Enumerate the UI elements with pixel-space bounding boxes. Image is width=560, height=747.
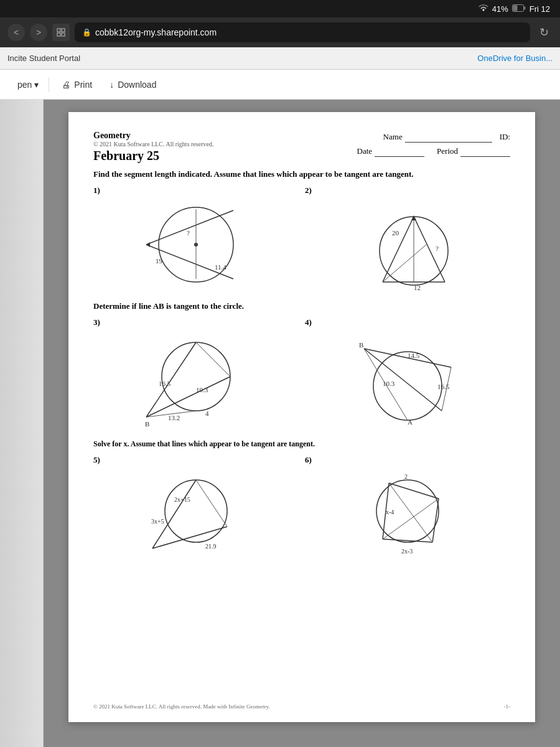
- figure-1: ? 19 11.4: [93, 198, 299, 291]
- svg-text:14.5: 14.5: [408, 352, 420, 359]
- doc-date: February 25: [93, 149, 213, 163]
- svg-rect-1: [513, 5, 517, 11]
- svg-text:11.4: 11.4: [215, 263, 226, 271]
- refresh-icon: ↻: [539, 26, 549, 39]
- figure-3: 16.5 10.3 13.2 4 B: [93, 330, 299, 430]
- app-name: Incite Student Portal: [7, 54, 80, 63]
- svg-text:13.2: 13.2: [168, 414, 180, 421]
- problem-1-num: 1): [93, 186, 299, 195]
- status-bar: 41% Fri 12: [0, 0, 560, 17]
- pen-dropdown[interactable]: pen ▾: [12, 76, 44, 93]
- period-field: Period: [437, 145, 510, 157]
- left-sidebar: [0, 100, 44, 747]
- instruction-3: Solve for x. Assume that lines which app…: [93, 439, 510, 449]
- date-period-row: Date Period: [357, 145, 511, 157]
- svg-line-49: [196, 480, 227, 527]
- svg-line-29: [196, 342, 230, 377]
- doc-toolbar: pen ▾ 🖨 Print ↓ Download: [0, 70, 560, 100]
- svg-line-55: [432, 499, 439, 542]
- svg-marker-15: [146, 242, 150, 247]
- address-bar[interactable]: 🔒 cobbk12org-my.sharepoint.com: [75, 22, 530, 42]
- time-display: Fri 12: [530, 4, 550, 14]
- problem-6: 6) 2: [305, 455, 510, 555]
- instruction-1: Find the segment length indicated. Assum…: [93, 169, 510, 179]
- instruction-2: Determine if line AB is tangent to the c…: [93, 301, 510, 311]
- period-underline: [460, 145, 510, 157]
- svg-text:4: 4: [205, 410, 209, 417]
- svg-text:B: B: [359, 341, 363, 349]
- svg-text:12: 12: [414, 284, 421, 291]
- svg-text:19: 19: [156, 257, 163, 265]
- svg-line-17: [383, 217, 414, 282]
- problem-4: 4) 14.5 10.3 16.5: [305, 317, 510, 430]
- svg-point-26: [162, 342, 230, 411]
- svg-text:x-4: x-4: [386, 509, 394, 515]
- svg-text:2: 2: [404, 473, 408, 480]
- url-text: cobbk12org-my.sharepoint.com: [95, 27, 217, 37]
- forward-button[interactable]: >: [30, 24, 47, 41]
- problem-3-num: 3): [93, 317, 299, 327]
- svg-text:2x+15: 2x+15: [174, 496, 190, 503]
- figure-6: 2 x-4 2x-3: [305, 467, 510, 555]
- doc-header: Geometry © 2021 Kuta Software LLC. All r…: [93, 131, 510, 163]
- date-label: Date: [357, 146, 373, 156]
- svg-line-18: [414, 217, 445, 282]
- svg-line-10: [146, 210, 233, 245]
- id-label: ID:: [500, 132, 510, 142]
- doc-viewer[interactable]: Geometry © 2021 Kuta Software LLC. All r…: [44, 100, 560, 747]
- doc-page: Geometry © 2021 Kuta Software LLC. All r…: [68, 112, 535, 722]
- svg-text:2x-3: 2x-3: [401, 548, 413, 555]
- battery-level: 41%: [492, 4, 508, 14]
- svg-text:?: ?: [436, 245, 439, 252]
- page-number: -1-: [504, 703, 511, 710]
- svg-rect-6: [62, 33, 65, 36]
- problem-6-num: 6): [305, 455, 510, 465]
- main-content: Geometry © 2021 Kuta Software LLC. All r…: [0, 100, 560, 747]
- problem-1: 1): [93, 186, 299, 291]
- svg-point-46: [165, 480, 227, 542]
- date-underline: [375, 145, 424, 157]
- problems-grid-1: 1): [93, 186, 510, 291]
- problem-4-num: 4): [305, 317, 510, 327]
- problem-2-num: 2): [305, 186, 510, 195]
- wifi-icon: [478, 4, 488, 14]
- svg-text:?: ?: [187, 229, 190, 237]
- name-underline: [405, 131, 492, 143]
- print-icon: 🖨: [62, 80, 70, 90]
- refresh-button[interactable]: ↻: [535, 24, 553, 41]
- svg-text:21.9: 21.9: [205, 543, 217, 550]
- problems-grid-2: 3) 16.5 10.3 13.2: [93, 317, 510, 430]
- svg-text:B: B: [145, 420, 149, 428]
- problem-2: 2) 20: [305, 186, 510, 291]
- print-button[interactable]: 🖨 Print: [54, 76, 100, 93]
- name-label: Name: [383, 132, 403, 142]
- svg-text:20: 20: [392, 229, 399, 237]
- problems-grid-3: 5) 2x+15 3x+5 21.9: [93, 455, 510, 555]
- svg-text:3x+5: 3x+5: [151, 518, 164, 525]
- download-button[interactable]: ↓ Download: [102, 76, 164, 93]
- browser-chrome: < > 🔒 cobbk12org-my.sharepoint.com ↻: [0, 17, 560, 47]
- onedrive-label: OneDrive for Busin...: [477, 54, 553, 63]
- back-button[interactable]: <: [7, 24, 25, 41]
- svg-text:10.3: 10.3: [196, 386, 208, 393]
- svg-line-21: [383, 245, 426, 282]
- status-icons: 41% Fri 12: [478, 4, 550, 14]
- svg-line-38: [364, 349, 442, 411]
- pen-label: pen: [17, 80, 32, 90]
- tab-icon[interactable]: [52, 24, 70, 41]
- figure-4: 14.5 10.3 16.5 A B: [305, 330, 510, 430]
- pen-dropdown-icon: ▾: [34, 80, 39, 90]
- date-field: Date: [357, 145, 425, 157]
- toolbar-divider: [49, 77, 49, 92]
- problem-3: 3) 16.5 10.3 13.2: [93, 317, 299, 430]
- period-label: Period: [437, 146, 458, 156]
- svg-line-58: [389, 483, 432, 542]
- lock-icon: 🔒: [82, 28, 91, 37]
- download-icon: ↓: [110, 80, 114, 90]
- figure-2: 20 ? 12: [305, 198, 510, 291]
- print-label: Print: [74, 80, 92, 90]
- svg-marker-25: [411, 215, 416, 220]
- svg-rect-2: [524, 6, 526, 9]
- download-label: Download: [118, 80, 156, 90]
- svg-rect-4: [62, 29, 65, 32]
